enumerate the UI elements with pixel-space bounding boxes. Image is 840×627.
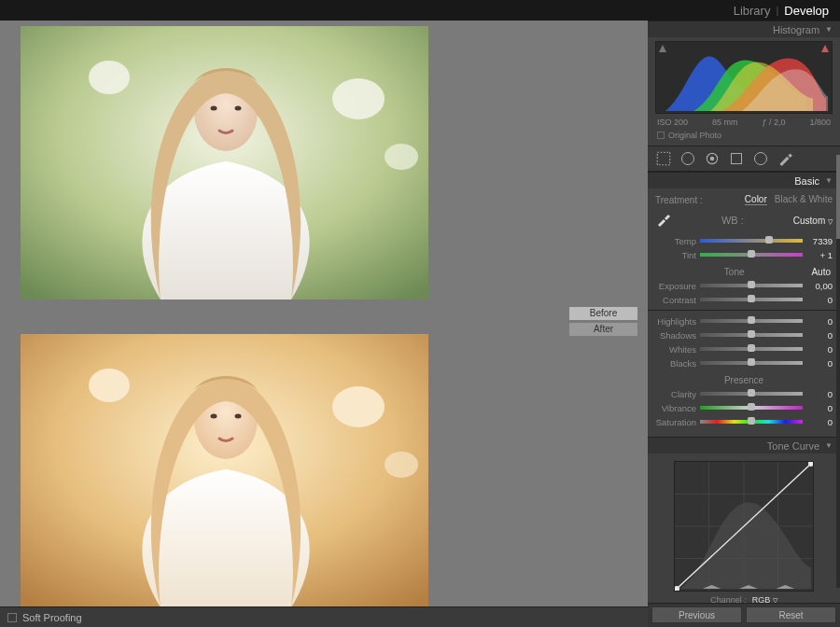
toolbar-bottom: Soft Proofing [0, 606, 648, 627]
saturation-label: Saturation [655, 417, 696, 427]
histogram-header[interactable]: Histogram▼ [648, 21, 840, 37]
svg-point-12 [211, 414, 217, 419]
contrast-slider[interactable] [700, 298, 803, 301]
vibrance-value[interactable]: 0 [806, 403, 833, 413]
triangle-down-icon: ▼ [825, 441, 833, 450]
basic-panel: Treatment : Color Black & White WB : Cus… [648, 188, 840, 437]
highlights-slider[interactable] [700, 319, 803, 323]
blacks-value[interactable]: 0 [806, 358, 833, 369]
original-photo-row[interactable]: Original Photo [648, 129, 840, 146]
exposure-slider[interactable] [700, 284, 803, 287]
wb-dropdown[interactable]: Custom ▽ [793, 216, 833, 226]
whites-value[interactable]: 0 [806, 344, 833, 355]
tint-slider[interactable] [700, 253, 803, 257]
exif-shutter: 1/800 [809, 118, 831, 127]
exif-row: ISO 200 85 mm ƒ / 2,0 1/800 [648, 116, 840, 129]
auto-tone-button[interactable]: Auto [811, 267, 831, 277]
tint-value[interactable]: + 1 [806, 250, 833, 260]
module-switcher: Library | Develop [0, 0, 840, 21]
tone-curve-header[interactable]: Tone Curve▼ [648, 437, 840, 453]
blacks-label: Blacks [655, 358, 696, 369]
scrollbar-thumb[interactable] [836, 155, 840, 239]
svg-point-16 [710, 157, 715, 161]
saturation-slider[interactable] [700, 420, 803, 424]
exif-iso: ISO 200 [657, 118, 688, 127]
reset-button[interactable]: Reset [746, 606, 836, 623]
gradient-tool[interactable] [728, 150, 745, 167]
shadows-slider[interactable] [700, 333, 803, 337]
svg-point-9 [332, 386, 385, 427]
previous-button[interactable]: Previous [651, 606, 742, 623]
whites-slider[interactable] [700, 347, 803, 351]
histogram-chart[interactable] [655, 41, 833, 114]
soft-proofing-checkbox[interactable] [7, 613, 17, 622]
exif-focal: 85 mm [712, 118, 738, 127]
clarity-label: Clarity [655, 389, 696, 399]
tint-label: Tint [655, 250, 696, 260]
svg-rect-14 [657, 152, 670, 165]
triangle-down-icon: ▼ [825, 25, 833, 34]
right-panel: Histogram▼ ISO 200 85 mm ƒ / 2,0 1/800 O… [648, 21, 840, 627]
before-label: Before [569, 307, 637, 320]
preview-before[interactable] [21, 26, 428, 300]
soft-proofing-label: Soft Proofing [22, 612, 82, 623]
svg-point-5 [211, 106, 217, 111]
brush-tool[interactable] [777, 150, 793, 167]
svg-point-3 [385, 144, 418, 170]
whites-label: Whites [655, 344, 696, 355]
svg-point-10 [385, 452, 418, 478]
clarity-value[interactable]: 0 [806, 389, 833, 399]
treatment-color[interactable]: Color [745, 194, 767, 205]
tab-library[interactable]: Library [734, 4, 771, 18]
basic-header[interactable]: Basic▼ [648, 172, 840, 188]
temp-slider[interactable] [700, 239, 803, 243]
shadows-value[interactable]: 0 [806, 330, 833, 341]
temp-value[interactable]: 7339 [806, 236, 833, 246]
contrast-value[interactable]: 0 [806, 295, 833, 305]
tone-curve-panel: Channel : RGB ▽ [648, 453, 840, 610]
treatment-label: Treatment : [655, 195, 703, 205]
saturation-value[interactable]: 0 [806, 417, 833, 427]
svg-point-1 [89, 61, 130, 94]
preview-after[interactable] [21, 334, 428, 607]
shadows-label: Shadows [655, 330, 696, 341]
eyedropper-icon[interactable] [655, 211, 672, 230]
temp-label: Temp [655, 236, 696, 246]
preview-workspace: Before After Soft Proofing [0, 21, 648, 627]
spot-tool[interactable] [679, 150, 696, 167]
highlights-label: Highlights [655, 316, 696, 327]
tab-separator: | [776, 5, 778, 16]
crop-tool[interactable] [655, 150, 672, 167]
treatment-bw[interactable]: Black & White [775, 194, 833, 205]
highlight-clip-icon[interactable] [820, 44, 830, 53]
after-label: After [569, 323, 637, 336]
svg-point-13 [235, 414, 242, 419]
exposure-label: Exposure [655, 281, 696, 291]
svg-point-2 [332, 78, 385, 119]
redeye-tool[interactable] [704, 150, 721, 167]
wb-label: WB : [672, 215, 793, 226]
tone-label: Tone [724, 267, 745, 277]
shadow-clip-icon[interactable] [658, 44, 667, 53]
exif-aperture: ƒ / 2,0 [762, 118, 785, 127]
exposure-value[interactable]: 0,00 [806, 281, 833, 291]
toolstrip [648, 146, 840, 172]
svg-point-8 [89, 369, 130, 402]
triangle-down-icon: ▼ [825, 176, 833, 185]
vibrance-label: Vibrance [655, 403, 696, 413]
presence-label: Presence [724, 375, 763, 385]
tone-curve-chart[interactable] [674, 461, 814, 592]
tab-develop[interactable]: Develop [784, 4, 829, 18]
square-icon [657, 132, 665, 139]
vibrance-slider[interactable] [700, 406, 803, 410]
clarity-slider[interactable] [700, 392, 803, 396]
highlights-value[interactable]: 0 [806, 316, 833, 327]
radial-tool[interactable] [752, 150, 769, 167]
blacks-slider[interactable] [700, 361, 803, 365]
panel-footer: Previous Reset [648, 603, 840, 627]
contrast-label: Contrast [655, 295, 696, 305]
svg-point-6 [235, 106, 242, 111]
